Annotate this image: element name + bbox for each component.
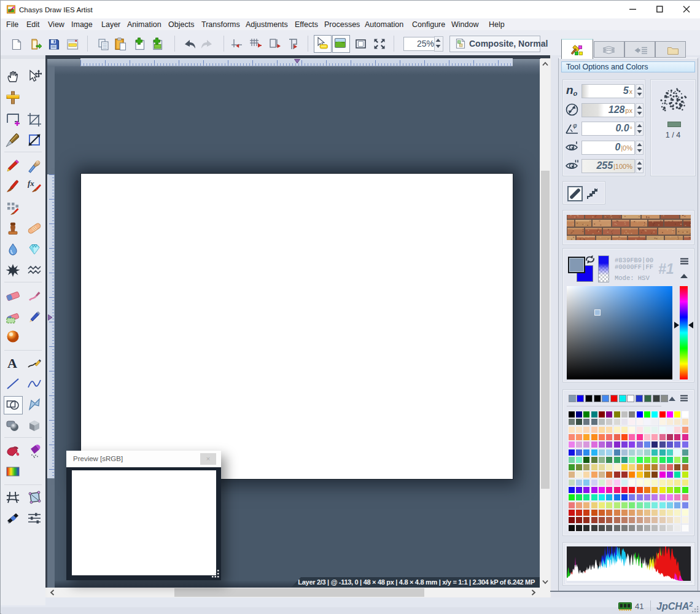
svg-text:φ: φ bbox=[573, 122, 577, 129]
svg-text:fx: fx bbox=[28, 179, 34, 188]
svg-text:A: A bbox=[7, 356, 17, 371]
